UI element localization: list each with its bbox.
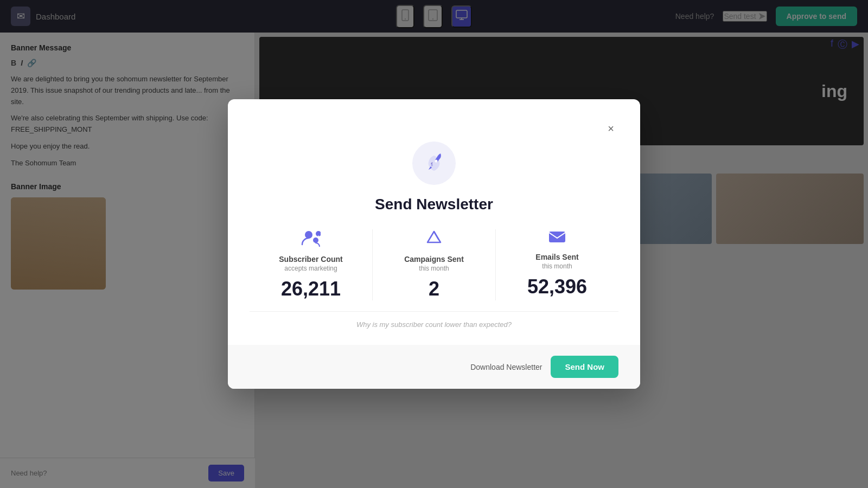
modal-overlay: × Send Newsletter: [0, 0, 868, 33]
